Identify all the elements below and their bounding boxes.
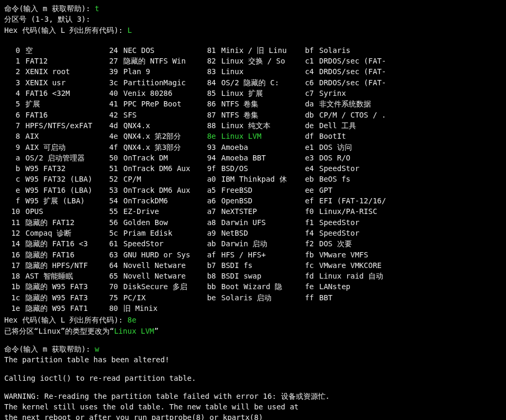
partition-type-desc: NeXTSTEP	[221, 206, 298, 217]
partition-type-desc: Darwin UFS	[221, 217, 298, 228]
partition-type-code: 84	[200, 77, 221, 88]
warning-line-3: the next reboot or after you run partpro…	[4, 412, 502, 420]
hex-code-prompt-1-input: L	[128, 26, 132, 34]
partition-type-code: c7	[298, 88, 319, 99]
hex-code-prompt-1-label: Hex 代码(输入 L 列出所有代码):	[4, 26, 128, 34]
partition-type-code: e4	[298, 163, 319, 174]
partition-type-desc: SpeedStor	[319, 163, 396, 174]
partition-type-code: 1c	[4, 292, 25, 303]
partition-type-code: 8e	[200, 131, 221, 141]
partition-number-prompt[interactable]: 分区号 (1-3, 默认 3):	[4, 14, 502, 24]
partition-type-code: f2	[298, 238, 319, 249]
partition-type-desc: Linux raid 自动	[319, 271, 396, 281]
partition-type-desc: Plan 9	[123, 66, 200, 77]
partition-type-code: 0	[4, 45, 25, 56]
partition-type-desc: Compaq 诊断	[25, 228, 102, 238]
partition-type-code: 87	[200, 110, 221, 120]
partition-type-code: 51	[102, 163, 123, 174]
partition-type-code: 7	[4, 120, 25, 131]
partition-type-code: 4e	[102, 131, 123, 141]
partition-type-desc: CP/M	[123, 174, 200, 184]
partition-type-row: cW95 FAT32 (LBA)52CP/Ma0IBM Thinkpad 休eb…	[4, 174, 502, 184]
partition-type-desc: Minix / 旧 Linu	[221, 45, 298, 56]
hex-code-prompt-2-label: Hex 代码(输入 L 列出所有代码):	[4, 316, 128, 324]
partition-type-desc: Linux	[221, 66, 298, 77]
partition-type-desc: SpeedStor	[319, 228, 396, 238]
cmd-prompt-2[interactable]: 命令(输入 m 获取帮助): w	[4, 344, 502, 354]
partition-type-code: ef	[298, 195, 319, 206]
partition-type-desc: GPT	[319, 185, 396, 195]
partition-type-desc: OnTrack DM	[123, 153, 200, 163]
partition-type-desc: Amoeba	[221, 142, 298, 153]
partition-type-desc: PC/IX	[123, 292, 200, 303]
partition-type-desc: LANstep	[319, 281, 396, 292]
partition-type-row: 1b隐藏的 W95 FAT370DiskSecure 多启bbBoot Wiza…	[4, 281, 502, 292]
partition-type-row: 3XENIX usr3cPartitionMagic84OS/2 隐藏的 C:c…	[4, 77, 502, 88]
partition-type-desc: XENIX root	[25, 66, 102, 77]
partition-type-desc: DRDOS/sec (FAT-	[319, 77, 396, 88]
partition-type-desc: HPFS/NTFS/exFAT	[25, 120, 102, 131]
partition-type-code: 24	[102, 45, 123, 56]
partition-type-code: af	[200, 249, 221, 260]
partition-type-desc: QNX4.x	[123, 120, 200, 131]
partition-type-row: 7HPFS/NTFS/exFAT4dQNX4.x88Linux 纯文本deDel…	[4, 120, 502, 131]
partition-type-row: 1c隐藏的 W95 FAT375PC/IXbeSolaris 启动ffBBT	[4, 292, 502, 303]
partition-type-row: bW95 FAT3251OnTrack DM6 Aux9fBSD/OSe4Spe…	[4, 163, 502, 174]
partition-type-code: 54	[102, 195, 123, 206]
partition-type-row: 2XENIX root39Plan 983Linuxc4DRDOS/sec (F…	[4, 66, 502, 77]
partition-type-desc: 空	[25, 45, 102, 56]
hex-code-prompt-1[interactable]: Hex 代码(输入 L 列出所有代码): L	[4, 25, 502, 35]
partition-type-code: 53	[102, 185, 123, 195]
partition-type-code: bb	[200, 281, 221, 292]
partition-type-code: f	[4, 195, 25, 206]
partition-type-desc: IBM Thinkpad 休	[221, 174, 298, 184]
partition-type-code: db	[298, 110, 319, 120]
partition-type-code: 4f	[102, 142, 123, 153]
partition-type-desc: QNX4.x 第2部分	[123, 131, 200, 141]
ioctl-message: Calling ioctl() to re-read partition tab…	[4, 373, 502, 383]
partition-type-code: 12	[4, 228, 25, 238]
partition-type-code: fb	[298, 249, 319, 260]
partition-type-desc: PartitionMagic	[123, 77, 200, 88]
partition-type-code: 83	[200, 66, 221, 77]
partition-type-code: 42	[102, 110, 123, 120]
partition-type-code: b7	[200, 260, 221, 271]
partition-type-desc: 隐藏的 NTFS Win	[123, 56, 200, 66]
partition-type-code: c	[4, 174, 25, 184]
partition-type-row: 8AIX4eQNX4.x 第2部分8eLinux LVMdfBootIt	[4, 131, 502, 141]
partition-type-code: f0	[298, 206, 319, 217]
partition-type-row: fW95 扩展 (LBA)54OnTrackDM6a6OpenBSDefEFI …	[4, 195, 502, 206]
partition-type-desc: NTFS 卷集	[221, 110, 298, 120]
partition-type-desc: AIX	[25, 131, 102, 141]
partition-type-code: ab	[200, 238, 221, 249]
partition-type-code	[200, 303, 221, 314]
cmd-prompt-1[interactable]: 命令(输入 m 获取帮助): t	[4, 3, 502, 14]
partition-type-code: 8	[4, 131, 25, 141]
partition-type-row: aOS/2 启动管理器50OnTrack DM94Amoeba BBTe3DOS…	[4, 153, 502, 163]
partition-type-desc: QNX4.x 第3部分	[123, 142, 200, 153]
partition-type-desc: OpenBSD	[221, 195, 298, 206]
partition-type-row: 1e隐藏的 W95 FAT180旧 Minix	[4, 303, 502, 314]
partition-type-code: 10	[4, 206, 25, 217]
partition-type-code: 2	[4, 66, 25, 77]
partition-type-code: de	[298, 120, 319, 131]
partition-type-desc	[221, 303, 298, 314]
partition-type-desc: W95 FAT16 (LBA)	[25, 185, 102, 195]
partition-type-code: e1	[298, 142, 319, 153]
partition-type-row: 16隐藏的 FAT1663GNU HURD or SysafHFS / HFS+…	[4, 249, 502, 260]
partition-type-desc: Linux LVM	[221, 131, 298, 141]
partition-type-code: 56	[102, 217, 123, 228]
partition-type-desc: Linux 扩展	[221, 88, 298, 99]
partition-type-code: 81	[200, 45, 221, 56]
partition-type-code: a	[4, 153, 25, 163]
partition-type-desc: Solaris 启动	[221, 292, 298, 303]
partition-type-desc: SFS	[123, 110, 200, 120]
partition-type-desc: EZ-Drive	[123, 206, 200, 217]
hex-code-prompt-2[interactable]: Hex 代码(输入 L 列出所有代码): 8e	[4, 315, 502, 325]
partition-type-code: a5	[200, 185, 221, 195]
partition-type-desc: 隐藏的 FAT16	[25, 249, 102, 260]
partition-type-desc: FreeBSD	[221, 185, 298, 195]
partition-type-desc: Boot Wizard 隐	[221, 281, 298, 292]
partition-type-code: 52	[102, 174, 123, 184]
partition-type-code: 80	[102, 303, 123, 314]
